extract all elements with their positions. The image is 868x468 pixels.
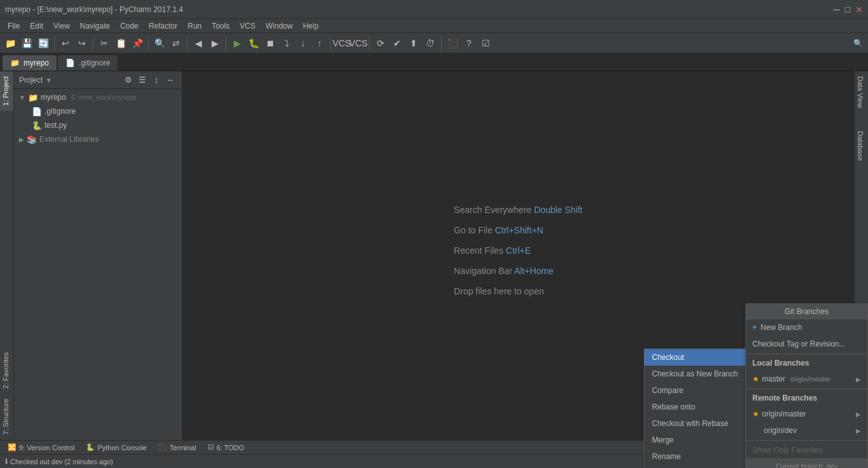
menu-run[interactable]: Run [182, 20, 207, 32]
toolbar-history[interactable]: ⏱ [423, 36, 438, 51]
panel-collapse-icon[interactable]: ↔ [164, 74, 177, 86]
panel-sort-icon[interactable]: ↕ [150, 74, 163, 86]
arrow-icon: ▼ [19, 94, 25, 101]
branch-origin-master[interactable]: ★ origin/master ▶ [746, 406, 867, 422]
terminal-label: Terminal [170, 444, 196, 451]
toolbar-paste[interactable]: 📌 [130, 36, 145, 51]
right-tab-data-view[interactable]: Data View [855, 71, 868, 113]
cm-checkout[interactable]: Checkout [644, 349, 761, 366]
toolbar-tasks[interactable]: ☑ [478, 36, 493, 51]
menu-code[interactable]: Code [115, 20, 144, 32]
cm-compare[interactable]: Compare [644, 382, 761, 399]
right-tab-database[interactable]: Database [855, 126, 868, 166]
toolbar-debug[interactable]: 🐛 [246, 36, 261, 51]
cm-rename[interactable]: Rename [644, 448, 761, 465]
tab-gitignore-icon: 📄 [65, 59, 75, 67]
branch-origin-master-name: origin/master [762, 410, 806, 418]
panel-settings-icon[interactable]: ⚙ [122, 74, 135, 86]
project-panel-header: Project ▼ ⚙ ☰ ↕ ↔ [14, 71, 182, 89]
minimize-button[interactable]: ─ [834, 4, 840, 15]
cm-checkout-with-rebase[interactable]: Checkout with Rebase [644, 415, 761, 432]
toolbar-cut[interactable]: ✂ [97, 36, 112, 51]
tab-myrepo-icon: 📁 [10, 59, 20, 67]
menu-help[interactable]: Help [298, 20, 324, 32]
close-button[interactable]: ✕ [855, 4, 863, 15]
bottom-tab-terminal[interactable]: ⬛ Terminal [153, 442, 201, 453]
toolbar-forward[interactable]: ▶ [207, 36, 222, 51]
cm-rebase-onto[interactable]: Rebase onto [644, 399, 761, 415]
hint-search-everywhere: Search Everywhere Double Shift [454, 205, 582, 215]
tab-gitignore[interactable]: 📄 .gitignore [58, 55, 118, 71]
branch-origin-dev[interactable]: origin/dev ▶ [746, 422, 867, 439]
menu-tools[interactable]: Tools [207, 20, 234, 32]
toolbar-sync[interactable]: 🔄 [36, 36, 51, 51]
toolbar-step-in[interactable]: ↓ [295, 36, 311, 51]
branch-origin-dev-name: origin/dev [764, 426, 797, 435]
toolbar-save[interactable]: 💾 [19, 36, 34, 51]
terminal-icon: ⬛ [158, 443, 167, 451]
tab-gitignore-label: .gitignore [79, 59, 110, 67]
version-control-icon: 🔀 [8, 443, 17, 451]
project-tree: ▼ 📁 myrepo E:\new_work\myrepo 📄 .gitigno… [14, 89, 182, 440]
toolbar-vcs1[interactable]: VCS [334, 36, 349, 51]
tree-root-myrepo[interactable]: ▼ 📁 myrepo E:\new_work\myrepo [14, 90, 182, 104]
sidebar-item-favorites[interactable]: 2: Favorites [0, 347, 13, 394]
toolbar-open[interactable]: 📁 [3, 36, 18, 51]
tab-myrepo[interactable]: 📁 myrepo [3, 55, 57, 71]
toolbar-terminal[interactable]: ⬛ [445, 36, 460, 51]
project-panel: Project ▼ ⚙ ☰ ↕ ↔ ▼ 📁 myrepo E:\new_work… [14, 71, 182, 440]
tree-item-testpy[interactable]: 🐍 test.py [14, 118, 182, 132]
toolbar-search[interactable]: 🔍 [152, 36, 167, 51]
git-branches-title: Git Branches [785, 307, 829, 316]
toolbar-stop[interactable]: ⏹ [262, 36, 278, 51]
branch-master[interactable]: ★ master origin/master ▶ [746, 371, 867, 387]
cm-delete[interactable]: Delete [644, 465, 761, 468]
toolbar-redo[interactable]: ↪ [74, 36, 90, 51]
cm-checkout-as-branch[interactable]: Checkout as New Branch [644, 366, 761, 382]
new-branch-item[interactable]: + New Branch [746, 319, 867, 336]
toolbar-help[interactable]: ? [461, 36, 477, 51]
toolbar-push[interactable]: ⬆ [406, 36, 421, 51]
external-arrow-icon: ▶ [19, 136, 24, 143]
menu-view[interactable]: View [48, 20, 75, 32]
tree-item-gitignore[interactable]: 📄 .gitignore [14, 104, 182, 118]
toolbar-step-out[interactable]: ↑ [312, 36, 327, 51]
sidebar-item-structure[interactable]: 7: Structure [0, 394, 13, 440]
menu-refactor[interactable]: Refactor [144, 20, 182, 32]
tree-item-external-libraries[interactable]: ▶ 📚 External Libraries [14, 132, 182, 146]
toolbar-search-everywhere[interactable]: 🔍 [850, 36, 865, 51]
bottom-tab-version-control[interactable]: 🔀 9: Version Control [3, 442, 79, 453]
menu-file[interactable]: File [3, 20, 25, 32]
panel-layout-icon[interactable]: ☰ [136, 74, 149, 86]
maximize-button[interactable]: □ [845, 4, 850, 15]
toolbar-copy[interactable]: 📋 [113, 36, 128, 51]
toolbar-find-replace[interactable]: ⇄ [168, 36, 184, 51]
tab-bar: 📁 myrepo 📄 .gitignore [0, 53, 868, 71]
hint-goto-file: Go to File Ctrl+Shift+N [454, 225, 582, 235]
app-title: myrepo - [E:\new_work\myrepo] - PyCharm … [5, 5, 183, 14]
sidebar-item-project[interactable]: 1: Project [0, 71, 13, 111]
menu-window[interactable]: Window [261, 20, 298, 32]
cm-merge[interactable]: Merge [644, 432, 761, 448]
new-branch-label: New Branch [761, 323, 802, 332]
gitignore-name: .gitignore [44, 107, 76, 116]
toolbar-update[interactable]: ⟳ [373, 36, 388, 51]
checkout-tag-item[interactable]: Checkout Tag or Revision... [746, 336, 867, 352]
toolbar-run[interactable]: ▶ [229, 36, 245, 51]
menu-navigate[interactable]: Navigate [75, 20, 115, 32]
show-only-favorites[interactable]: Show Only Favorites [746, 442, 867, 458]
python-console-icon: 🐍 [86, 443, 95, 451]
window-controls: ─ □ ✕ [834, 4, 863, 15]
menu-edit[interactable]: Edit [25, 20, 48, 32]
toolbar-vcs2[interactable]: VCS [351, 36, 366, 51]
toolbar-step-over[interactable]: ⤵ [279, 36, 294, 51]
file-icon: 📄 [32, 107, 42, 116]
show-favorites-label: Show Only Favorites [752, 446, 823, 455]
bottom-tab-python-console[interactable]: 🐍 Python Console [81, 442, 152, 453]
toolbar-undo[interactable]: ↩ [58, 36, 73, 51]
toolbar-commit[interactable]: ✔ [390, 36, 405, 51]
toolbar-back[interactable]: ◀ [191, 36, 206, 51]
python-console-label: Python Console [97, 444, 147, 451]
bottom-tab-todo[interactable]: ☑ 6: TODO [203, 442, 250, 453]
menu-vcs[interactable]: VCS [234, 20, 261, 32]
